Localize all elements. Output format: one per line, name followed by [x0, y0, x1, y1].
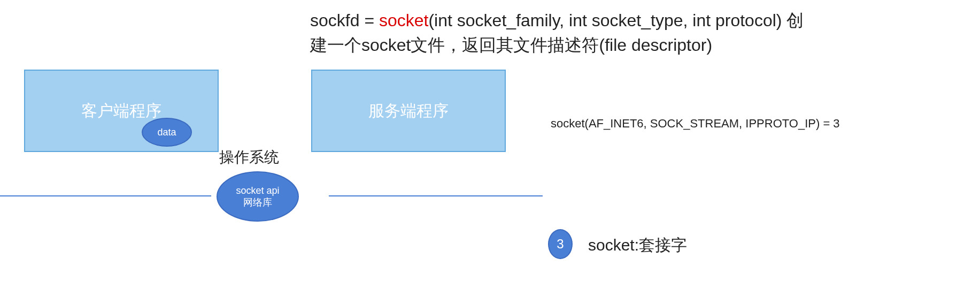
server-program-label: 服务端程序 [368, 100, 449, 122]
desc-prefix: sockfd = [310, 11, 379, 30]
socket-api-line2: 网络库 [243, 196, 272, 209]
data-label: data [157, 127, 176, 138]
desc-suffix1: (int socket_family, int socket_type, int… [428, 11, 804, 30]
data-ellipse: data [142, 118, 192, 147]
os-label: 操作系统 [219, 147, 279, 168]
socket-term-label: socket:套接字 [588, 234, 687, 256]
client-program-label: 客户端程序 [81, 100, 161, 122]
socket-api-ellipse: socket api 网络库 [217, 171, 299, 222]
socket-function-description: sockfd = socket(int socket_family, int s… [310, 8, 898, 58]
divider-line-right [329, 195, 543, 196]
desc-line2: 建一个socket文件，返回其文件描述符(file descriptor) [310, 35, 712, 55]
server-program-box: 服务端程序 [311, 70, 506, 152]
socket-fd-badge: 3 [548, 229, 573, 259]
desc-keyword: socket [379, 11, 428, 30]
socket-example-call: socket(AF_INET6, SOCK_STREAM, IPPROTO_IP… [551, 117, 840, 131]
divider-line-left [0, 195, 211, 196]
client-program-box: 客户端程序 [24, 70, 219, 152]
badge-number: 3 [557, 237, 564, 252]
socket-api-line1: socket api [236, 185, 279, 197]
